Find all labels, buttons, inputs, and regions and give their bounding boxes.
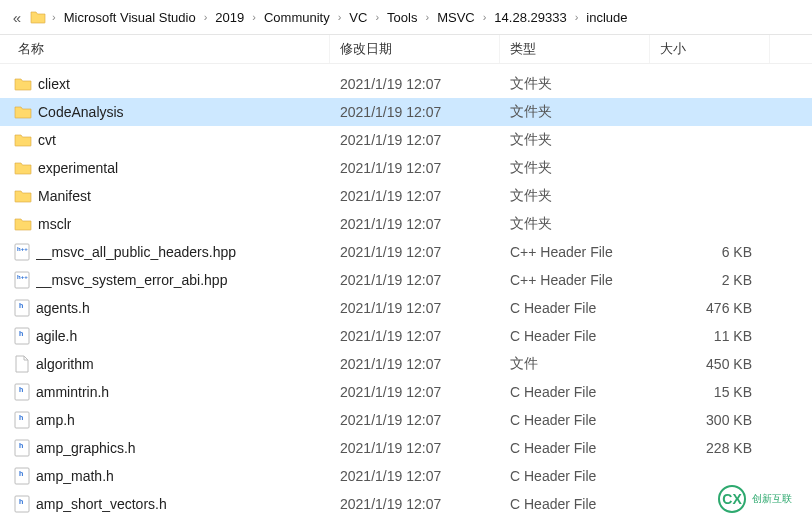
nav-history-icon[interactable]: « bbox=[8, 8, 26, 26]
breadcrumb-item[interactable]: MSVC bbox=[433, 8, 479, 27]
table-row[interactable]: CodeAnalysis2021/1/19 12:07文件夹 bbox=[0, 98, 812, 126]
file-name: amp_math.h bbox=[36, 468, 114, 484]
file-date: 2021/1/19 12:07 bbox=[330, 188, 500, 204]
column-header-type[interactable]: 类型 bbox=[500, 35, 650, 63]
chevron-right-icon[interactable]: › bbox=[200, 11, 212, 23]
file-date: 2021/1/19 12:07 bbox=[330, 132, 500, 148]
breadcrumb-item[interactable]: VC bbox=[345, 8, 371, 27]
file-date: 2021/1/19 12:07 bbox=[330, 300, 500, 316]
file-date: 2021/1/19 12:07 bbox=[330, 496, 500, 512]
file-date: 2021/1/19 12:07 bbox=[330, 356, 500, 372]
svg-text:h: h bbox=[19, 442, 23, 449]
file-size: 2 KB bbox=[650, 272, 770, 288]
chevron-right-icon[interactable]: › bbox=[421, 11, 433, 23]
file-type: C Header File bbox=[500, 496, 650, 512]
column-header-size[interactable]: 大小 bbox=[650, 35, 770, 63]
chevron-right-icon[interactable]: › bbox=[48, 11, 60, 23]
column-header-date[interactable]: 修改日期 bbox=[330, 35, 500, 63]
svg-text:h: h bbox=[19, 330, 23, 337]
file-name: ammintrin.h bbox=[36, 384, 109, 400]
breadcrumb-item[interactable]: Community bbox=[260, 8, 334, 27]
table-row[interactable]: msclr2021/1/19 12:07文件夹 bbox=[0, 210, 812, 238]
table-row[interactable]: hagents.h2021/1/19 12:07C Header File476… bbox=[0, 294, 812, 322]
file-date: 2021/1/19 12:07 bbox=[330, 216, 500, 232]
svg-text:h: h bbox=[19, 302, 23, 309]
file-name: msclr bbox=[38, 216, 71, 232]
watermark-logo: CX 创新互联 bbox=[718, 482, 802, 516]
table-row[interactable]: h++__msvc_system_error_abi.hpp2021/1/19 … bbox=[0, 266, 812, 294]
file-type: 文件夹 bbox=[500, 215, 650, 233]
breadcrumb[interactable]: « › Microsoft Visual Studio › 2019 › Com… bbox=[0, 0, 812, 34]
file-name: agents.h bbox=[36, 300, 90, 316]
file-name: amp.h bbox=[36, 412, 75, 428]
folder-icon bbox=[14, 189, 32, 203]
chevron-right-icon[interactable]: › bbox=[371, 11, 383, 23]
file-size: 300 KB bbox=[650, 412, 770, 428]
chevron-right-icon[interactable]: › bbox=[571, 11, 583, 23]
column-header-name[interactable]: 名称 bbox=[0, 35, 330, 63]
chevron-right-icon[interactable]: › bbox=[479, 11, 491, 23]
file-date: 2021/1/19 12:07 bbox=[330, 328, 500, 344]
table-row[interactable]: hagile.h2021/1/19 12:07C Header File11 K… bbox=[0, 322, 812, 350]
file-size: 15 KB bbox=[650, 384, 770, 400]
table-row[interactable]: hammintrin.h2021/1/19 12:07C Header File… bbox=[0, 378, 812, 406]
file-date: 2021/1/19 12:07 bbox=[330, 384, 500, 400]
folder-icon bbox=[14, 77, 32, 91]
header-file-icon: h bbox=[14, 327, 30, 345]
header-file-icon: h bbox=[14, 299, 30, 317]
folder-icon bbox=[14, 105, 32, 119]
file-date: 2021/1/19 12:07 bbox=[330, 272, 500, 288]
file-name: cvt bbox=[38, 132, 56, 148]
header-file-icon: h bbox=[14, 495, 30, 513]
svg-text:h++: h++ bbox=[17, 274, 28, 280]
table-row[interactable]: hamp_graphics.h2021/1/19 12:07C Header F… bbox=[0, 434, 812, 462]
header-file-icon: h bbox=[14, 467, 30, 485]
table-row[interactable]: hamp_short_vectors.h2021/1/19 12:07C Hea… bbox=[0, 490, 812, 518]
svg-text:h: h bbox=[19, 470, 23, 477]
breadcrumb-item[interactable]: 14.28.29333 bbox=[490, 8, 570, 27]
table-row[interactable]: cliext2021/1/19 12:07文件夹 bbox=[0, 70, 812, 98]
column-headers: 名称 修改日期 类型 大小 bbox=[0, 34, 812, 64]
folder-icon bbox=[14, 133, 32, 147]
table-row[interactable]: algorithm2021/1/19 12:07文件450 KB bbox=[0, 350, 812, 378]
table-row[interactable]: Manifest2021/1/19 12:07文件夹 bbox=[0, 182, 812, 210]
file-size: 228 KB bbox=[650, 440, 770, 456]
file-name: cliext bbox=[38, 76, 70, 92]
table-row[interactable]: experimental2021/1/19 12:07文件夹 bbox=[0, 154, 812, 182]
file-name: amp_short_vectors.h bbox=[36, 496, 167, 512]
file-size: 11 KB bbox=[650, 328, 770, 344]
file-type: 文件夹 bbox=[500, 159, 650, 177]
file-type: 文件 bbox=[500, 355, 650, 373]
folder-icon bbox=[30, 10, 46, 24]
breadcrumb-item[interactable]: 2019 bbox=[211, 8, 248, 27]
file-date: 2021/1/19 12:07 bbox=[330, 76, 500, 92]
table-row[interactable]: h++__msvc_all_public_headers.hpp2021/1/1… bbox=[0, 238, 812, 266]
table-row[interactable]: cvt2021/1/19 12:07文件夹 bbox=[0, 126, 812, 154]
table-row[interactable]: hamp.h2021/1/19 12:07C Header File300 KB bbox=[0, 406, 812, 434]
file-name: experimental bbox=[38, 160, 118, 176]
svg-text:h: h bbox=[19, 386, 23, 393]
breadcrumb-item[interactable]: Microsoft Visual Studio bbox=[60, 8, 200, 27]
file-type: C++ Header File bbox=[500, 272, 650, 288]
svg-text:h: h bbox=[19, 498, 23, 505]
breadcrumb-item[interactable]: Tools bbox=[383, 8, 421, 27]
folder-icon bbox=[14, 217, 32, 231]
file-name: amp_graphics.h bbox=[36, 440, 136, 456]
svg-text:h: h bbox=[19, 414, 23, 421]
file-type: C Header File bbox=[500, 384, 650, 400]
chevron-right-icon[interactable]: › bbox=[334, 11, 346, 23]
file-name: __msvc_all_public_headers.hpp bbox=[36, 244, 236, 260]
file-type: C Header File bbox=[500, 468, 650, 484]
file-list: cliext2021/1/19 12:07文件夹CodeAnalysis2021… bbox=[0, 64, 812, 518]
file-type: C Header File bbox=[500, 328, 650, 344]
chevron-right-icon[interactable]: › bbox=[248, 11, 260, 23]
file-name: CodeAnalysis bbox=[38, 104, 124, 120]
file-type: 文件夹 bbox=[500, 75, 650, 93]
header-file-icon: h bbox=[14, 383, 30, 401]
file-type: C Header File bbox=[500, 440, 650, 456]
breadcrumb-item[interactable]: include bbox=[582, 8, 631, 27]
svg-text:h++: h++ bbox=[17, 246, 28, 252]
file-type: C Header File bbox=[500, 300, 650, 316]
file-name: algorithm bbox=[36, 356, 94, 372]
table-row[interactable]: hamp_math.h2021/1/19 12:07C Header File bbox=[0, 462, 812, 490]
